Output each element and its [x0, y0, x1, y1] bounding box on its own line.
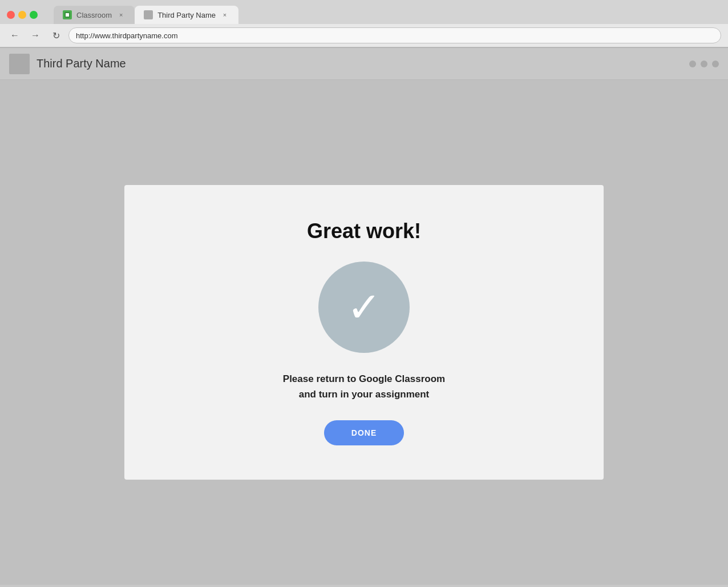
tab-classroom-close[interactable]: × — [116, 10, 126, 19]
header-dot-2 — [701, 61, 707, 67]
app-title: Third Party Name — [37, 57, 126, 70]
back-button[interactable]: ← — [7, 27, 23, 43]
tab-third-party-close[interactable]: × — [220, 10, 229, 19]
done-button[interactable]: DONE — [324, 420, 404, 445]
nav-bar: ← → ↻ — [0, 24, 728, 47]
classroom-favicon — [63, 10, 72, 19]
tabs-bar: Classroom × Third Party Name × — [47, 6, 245, 24]
check-circle: ✓ — [318, 262, 410, 353]
refresh-icon: ↻ — [52, 30, 60, 41]
app-header-dots — [689, 61, 719, 67]
back-icon: ← — [10, 30, 19, 41]
title-bar: Classroom × Third Party Name × — [0, 0, 728, 24]
close-window-button[interactable] — [7, 11, 15, 19]
maximize-window-button[interactable] — [30, 11, 38, 19]
tab-third-party-label: Third Party Name — [157, 11, 216, 19]
tab-classroom[interactable]: Classroom × — [54, 6, 135, 24]
window-controls — [7, 11, 38, 19]
checkmark-icon: ✓ — [347, 287, 381, 328]
card-message-line2: and turn in your assignment — [283, 387, 445, 402]
header-dot-1 — [689, 61, 696, 67]
forward-button[interactable]: → — [27, 27, 43, 43]
header-dot-3 — [712, 61, 719, 67]
card-message: Please return to Google Classroom and tu… — [283, 371, 445, 402]
minimize-window-button[interactable] — [18, 11, 26, 19]
completion-card: Great work! ✓ Please return to Google Cl… — [124, 185, 604, 480]
address-bar[interactable] — [68, 27, 721, 43]
app-header: Third Party Name — [0, 48, 728, 80]
page-content: Great work! ✓ Please return to Google Cl… — [0, 80, 728, 585]
app-logo — [9, 54, 30, 74]
app-header-left: Third Party Name — [9, 54, 126, 74]
refresh-button[interactable]: ↻ — [48, 27, 64, 43]
forward-icon: → — [31, 30, 40, 41]
tab-classroom-label: Classroom — [76, 11, 112, 19]
third-party-favicon — [144, 10, 153, 19]
tab-third-party[interactable]: Third Party Name × — [135, 6, 238, 24]
card-message-line1: Please return to Google Classroom — [283, 371, 445, 387]
svg-rect-1 — [66, 13, 69, 17]
browser-chrome: Classroom × Third Party Name × ← → ↻ — [0, 0, 728, 48]
card-title: Great work! — [307, 219, 421, 243]
